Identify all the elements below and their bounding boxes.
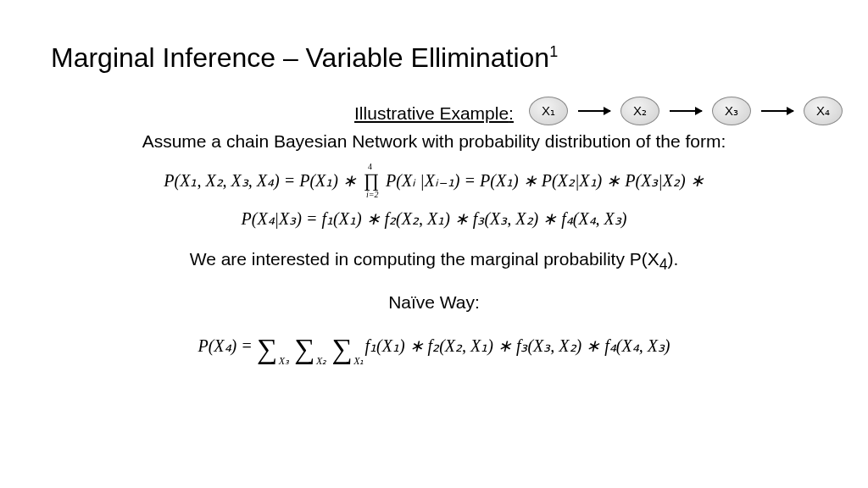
arrow-icon (578, 110, 610, 112)
title-text: Marginal Inference – Variable Elliminati… (51, 42, 549, 73)
arrow-icon (761, 110, 793, 112)
equation-2: P(X₄|X₃) = f₁(X₁) ∗ f₂(X₂, X₁) ∗ f₃(X₃, … (51, 206, 817, 231)
node-x3: X₃ (712, 97, 751, 125)
node-x1: X₁ (529, 97, 568, 125)
sum-symbol: ∑X₁ (331, 327, 352, 370)
equation-1: P(X₁, X₂, X₃, X₄) = P(X₁) ∗ ∏i=24 P(Xᵢ |… (51, 166, 817, 194)
node-x4: X₄ (804, 97, 843, 125)
body: Illustrative Example: Assume a chain Bay… (51, 96, 817, 370)
naive-heading: Naïve Way: (51, 290, 817, 314)
example-heading: Illustrative Example: (354, 101, 514, 125)
interest-text: We are interested in computing the margi… (51, 247, 817, 275)
arrow-icon (670, 110, 702, 112)
intro-text: Assume a chain Bayesian Network with pro… (142, 131, 726, 151)
sum-symbol: ∑X₂ (294, 327, 314, 370)
product-symbol: ∏i=24 (364, 166, 379, 194)
chain-diagram: X₁ X₂ X₃ X₄ (529, 97, 843, 125)
slide-title: Marginal Inference – Variable Elliminati… (51, 42, 817, 74)
slide: Marginal Inference – Variable Elliminati… (0, 0, 868, 488)
node-x2: X₂ (620, 97, 659, 125)
equation-3: P(X₄) = ∑X₃ ∑X₂ ∑X₁ f₁(X₁) ∗ f₂(X₂, X₁) … (51, 327, 817, 370)
sum-symbol: ∑X₃ (257, 327, 277, 370)
title-sup: 1 (549, 43, 558, 60)
